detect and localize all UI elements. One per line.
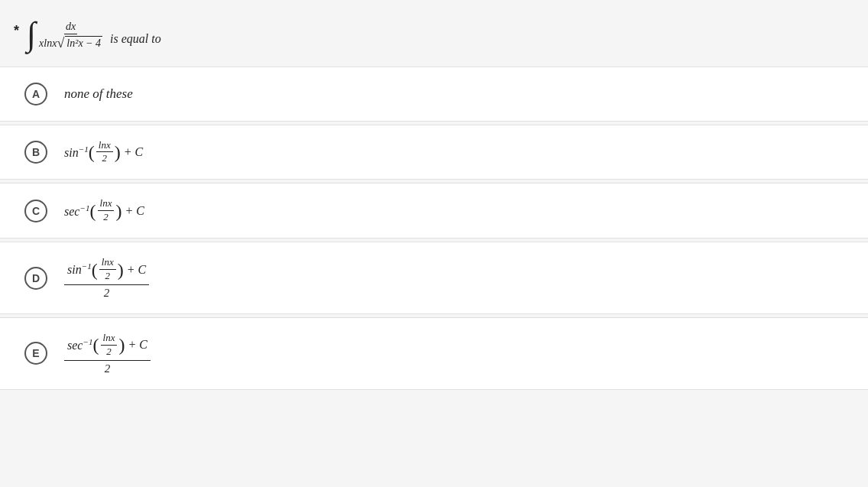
option-c-label: C (24, 200, 47, 222)
option-c-frac: lnx 2 (98, 197, 115, 224)
option-b-lparen: ( (89, 143, 95, 161)
question-header: * ∫ dx xlnx √ ln²x − 4 (0, 14, 868, 67)
option-a-row[interactable]: A none of these (0, 67, 868, 122)
option-c-rparen: ) (115, 202, 121, 220)
fraction-numerator: dx (64, 20, 77, 34)
asterisk: * (14, 23, 19, 39)
fraction-denominator: xlnx √ ln²x − 4 (37, 34, 104, 52)
option-d-big-frac-den: 2 (101, 285, 113, 300)
option-b-row[interactable]: B sin−1 ( lnx 2 ) + C (0, 125, 868, 180)
option-b-content: sin−1 ( lnx 2 ) + C (64, 139, 143, 166)
option-b-label: B (24, 141, 47, 164)
option-d-row[interactable]: D sin−1 ( lnx 2 ) + C 2 (0, 242, 868, 314)
option-a-label: A (24, 83, 47, 106)
option-e-big-frac: sec−1 ( lnx 2 ) + C 2 (64, 332, 151, 375)
option-d-content: sin−1 ( lnx 2 ) + C 2 (64, 256, 149, 300)
page: * ∫ dx xlnx √ ln²x − 4 (0, 0, 868, 487)
option-d-label: D (24, 267, 47, 290)
option-e-label: E (24, 342, 47, 365)
main-fraction: dx xlnx √ ln²x − 4 (37, 20, 104, 53)
option-c-lparen: ( (90, 202, 96, 220)
option-e-row[interactable]: E sec−1 ( lnx 2 ) + C 2 (0, 317, 868, 390)
option-c-content: sec−1 ( lnx 2 ) + C (64, 197, 144, 224)
option-e-content: sec−1 ( lnx 2 ) + C 2 (64, 332, 151, 375)
option-a-text: none of these (64, 86, 133, 102)
option-c-func: sec−1 (64, 203, 90, 219)
option-e-big-frac-den: 2 (102, 361, 114, 375)
option-b-rparen: ) (115, 143, 121, 161)
integral-expression: ∫ dx xlnx √ ln²x − 4 is equal (27, 20, 161, 53)
option-a-content: none of these (64, 86, 133, 102)
integral-symbol: ∫ (27, 18, 36, 51)
equals-text: is equal to (110, 32, 161, 46)
option-e-big-frac-num: sec−1 ( lnx 2 ) + C (64, 332, 151, 361)
integral-block: ∫ dx xlnx √ ln²x − 4 is equal (27, 20, 161, 53)
option-c-row[interactable]: C sec−1 ( lnx 2 ) + C (0, 183, 868, 239)
option-b-func: sin−1 (64, 144, 89, 160)
option-b-suffix: + C (121, 145, 143, 159)
option-c-suffix: + C (121, 204, 144, 218)
option-b-frac: lnx 2 (96, 139, 113, 166)
option-d-big-frac: sin−1 ( lnx 2 ) + C 2 (64, 256, 149, 300)
option-d-big-frac-num: sin−1 ( lnx 2 ) + C (64, 256, 149, 285)
